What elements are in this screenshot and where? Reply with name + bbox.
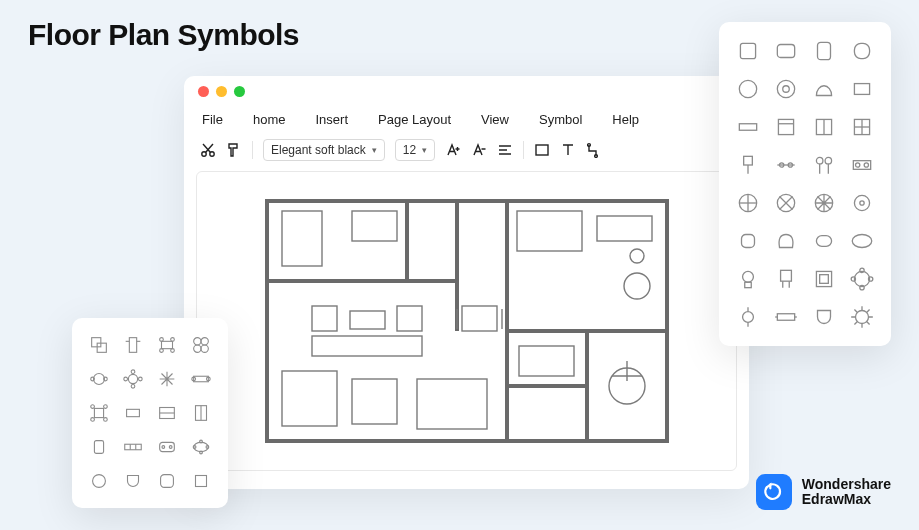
symbol-icon[interactable] bbox=[156, 402, 178, 424]
symbol-icon[interactable] bbox=[849, 304, 875, 330]
symbol-icon[interactable] bbox=[190, 470, 212, 492]
symbol-icon[interactable] bbox=[849, 228, 875, 254]
symbol-icon[interactable] bbox=[811, 266, 837, 292]
symbol-icon[interactable] bbox=[190, 334, 212, 356]
symbol-icon[interactable] bbox=[735, 266, 761, 292]
symbol-icon[interactable] bbox=[773, 152, 799, 178]
text-tool-icon[interactable] bbox=[560, 142, 576, 158]
symbol-icon[interactable] bbox=[773, 190, 799, 216]
svg-rect-32 bbox=[282, 371, 337, 426]
decrease-font-icon[interactable] bbox=[471, 142, 487, 158]
symbol-icon[interactable] bbox=[811, 114, 837, 140]
symbol-icon[interactable] bbox=[88, 368, 110, 390]
symbol-icon[interactable] bbox=[122, 470, 144, 492]
window-close-icon[interactable] bbox=[198, 86, 209, 97]
separator bbox=[523, 141, 524, 159]
symbol-icon[interactable] bbox=[735, 228, 761, 254]
symbol-icon[interactable] bbox=[849, 152, 875, 178]
symbol-icon[interactable] bbox=[88, 402, 110, 424]
symbol-icon[interactable] bbox=[773, 38, 799, 64]
symbol-icon[interactable] bbox=[190, 402, 212, 424]
svg-point-21 bbox=[624, 273, 650, 299]
rectangle-tool-icon[interactable] bbox=[534, 142, 550, 158]
window-zoom-icon[interactable] bbox=[234, 86, 245, 97]
symbol-icon[interactable] bbox=[849, 76, 875, 102]
symbol-icon[interactable] bbox=[122, 368, 144, 390]
symbol-icon[interactable] bbox=[156, 368, 178, 390]
symbol-icon[interactable] bbox=[811, 152, 837, 178]
symbol-icon[interactable] bbox=[190, 368, 212, 390]
symbol-icon[interactable] bbox=[190, 436, 212, 458]
symbol-icon[interactable] bbox=[735, 38, 761, 64]
symbol-icon[interactable] bbox=[849, 266, 875, 292]
svg-point-62 bbox=[864, 163, 868, 167]
format-painter-icon[interactable] bbox=[226, 142, 242, 158]
font-select[interactable]: Elegant soft black ▾ bbox=[263, 139, 385, 161]
svg-point-135 bbox=[193, 446, 196, 449]
symbol-icon[interactable] bbox=[88, 436, 110, 458]
svg-rect-122 bbox=[127, 409, 140, 416]
symbol-icon[interactable] bbox=[849, 38, 875, 64]
symbol-icon[interactable] bbox=[811, 38, 837, 64]
menu-view[interactable]: View bbox=[481, 112, 509, 127]
cut-icon[interactable] bbox=[200, 142, 216, 158]
symbol-icon[interactable] bbox=[773, 304, 799, 330]
symbol-icon[interactable] bbox=[735, 304, 761, 330]
symbol-icon[interactable] bbox=[735, 114, 761, 140]
font-select-value: Elegant soft black bbox=[271, 143, 366, 157]
svg-point-40 bbox=[777, 80, 794, 97]
symbol-icon[interactable] bbox=[849, 114, 875, 140]
menu-help[interactable]: Help bbox=[612, 112, 639, 127]
symbol-icon[interactable] bbox=[88, 470, 110, 492]
symbol-icon[interactable] bbox=[811, 76, 837, 102]
page-title: Floor Plan Symbols bbox=[28, 18, 299, 52]
svg-rect-51 bbox=[744, 156, 753, 165]
svg-point-105 bbox=[201, 345, 208, 352]
svg-point-100 bbox=[160, 349, 164, 353]
symbol-icon[interactable] bbox=[773, 228, 799, 254]
svg-rect-24 bbox=[312, 306, 337, 331]
symbol-icon[interactable] bbox=[122, 402, 144, 424]
svg-point-112 bbox=[124, 377, 128, 381]
symbol-icon[interactable] bbox=[156, 470, 178, 492]
svg-rect-33 bbox=[352, 379, 397, 424]
svg-rect-37 bbox=[818, 42, 831, 59]
menu-symbol[interactable]: Symbol bbox=[539, 112, 582, 127]
symbol-icon[interactable] bbox=[735, 76, 761, 102]
font-size-select[interactable]: 12 ▾ bbox=[395, 139, 435, 161]
canvas[interactable] bbox=[196, 171, 737, 471]
symbol-icon[interactable] bbox=[122, 334, 144, 356]
menubar: File home Insert Page Layout View Symbol… bbox=[184, 98, 749, 135]
symbol-icon[interactable] bbox=[156, 334, 178, 356]
svg-rect-73 bbox=[816, 236, 831, 247]
symbol-icon[interactable] bbox=[811, 304, 837, 330]
svg-rect-42 bbox=[854, 84, 869, 95]
brand-logo-icon bbox=[756, 474, 792, 510]
connector-tool-icon[interactable] bbox=[586, 142, 602, 158]
symbol-icon[interactable] bbox=[773, 76, 799, 102]
symbol-icon[interactable] bbox=[811, 228, 837, 254]
symbol-icon[interactable] bbox=[849, 190, 875, 216]
svg-rect-20 bbox=[597, 216, 652, 241]
symbol-icon[interactable] bbox=[811, 190, 837, 216]
symbol-icon[interactable] bbox=[156, 436, 178, 458]
symbol-icon[interactable] bbox=[773, 114, 799, 140]
symbol-icon[interactable] bbox=[88, 334, 110, 356]
increase-font-icon[interactable] bbox=[445, 142, 461, 158]
window-minimize-icon[interactable] bbox=[216, 86, 227, 97]
chevron-down-icon: ▾ bbox=[422, 145, 427, 155]
symbol-icon[interactable] bbox=[735, 190, 761, 216]
menu-home[interactable]: home bbox=[253, 112, 286, 127]
svg-rect-25 bbox=[397, 306, 422, 331]
menu-file[interactable]: File bbox=[202, 112, 223, 127]
menu-insert[interactable]: Insert bbox=[315, 112, 348, 127]
symbol-icon[interactable] bbox=[122, 436, 144, 458]
symbol-icon[interactable] bbox=[773, 266, 799, 292]
svg-point-137 bbox=[200, 440, 203, 443]
align-icon[interactable] bbox=[497, 142, 513, 158]
menu-page-layout[interactable]: Page Layout bbox=[378, 112, 451, 127]
symbol-icon[interactable] bbox=[735, 152, 761, 178]
svg-rect-77 bbox=[781, 270, 792, 281]
svg-rect-79 bbox=[820, 275, 829, 284]
svg-rect-92 bbox=[92, 338, 101, 347]
